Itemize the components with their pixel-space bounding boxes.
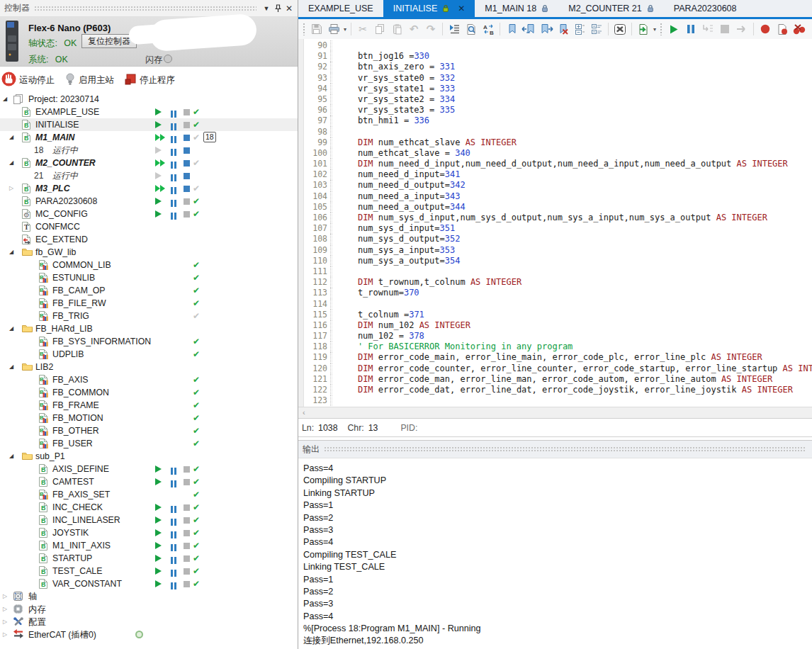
run-program-icon[interactable] — [155, 134, 160, 141]
tree-item-m3-plc[interactable]: ▷BM3_PLC✔ — [0, 182, 298, 195]
tree-item-initialise[interactable]: BINITIALISE✔ — [0, 118, 298, 131]
code-line[interactable]: 107 num_sys_d_input=351 — [304, 223, 812, 234]
stop-program-icon[interactable] — [184, 122, 190, 128]
toolbar-button-enable-master[interactable]: 启用主站 — [64, 72, 114, 89]
code-line[interactable]: 115 t_colnum =371 — [304, 310, 812, 320]
stop-program-icon[interactable] — [184, 530, 190, 536]
run-program-icon[interactable] — [155, 542, 162, 549]
code-line[interactable]: 105 num_need_a_output=344 — [304, 202, 812, 213]
run-program-icon[interactable] — [155, 159, 160, 167]
bookmark-prev-button[interactable] — [521, 21, 536, 37]
stop-program-icon[interactable] — [184, 135, 190, 141]
breakpoint-clear-button[interactable] — [791, 21, 807, 37]
code-line[interactable]: 123 — [304, 395, 812, 406]
expander-open-icon[interactable]: ◢ — [9, 131, 13, 144]
run-program-icon[interactable] — [155, 517, 162, 524]
step-over-button[interactable] — [734, 21, 750, 37]
expander-closed-icon[interactable]: ▷ — [3, 603, 7, 616]
tree-item-process-18[interactable]: 18运行中 — [0, 144, 298, 157]
output-log[interactable]: Pass=4Compiling STARTUPLinking STARTUPPa… — [298, 458, 812, 648]
stop-program-icon[interactable] — [184, 479, 190, 485]
expander-open-icon[interactable]: ◢ — [9, 361, 13, 373]
tree-item-fb-axis[interactable]: BFB_AXIS✔ — [0, 373, 298, 386]
tree-item-test-cale[interactable]: BTEST_CALE✔ — [0, 565, 298, 577]
tree-item-fb-hard-lib[interactable]: ◢FB_HARd_LIB — [0, 322, 298, 335]
tree-item-fb-file-rw[interactable]: BFB_FILE_RW✔ — [0, 297, 298, 310]
panel-collapse-icon[interactable]: ▼ — [261, 3, 272, 14]
tree-item-mc-config[interactable]: ⚙MC_CONFIG✔ — [0, 208, 298, 220]
bookmark-next-button[interactable] — [538, 21, 553, 37]
code-line[interactable]: 102 num_need_d_input=341 — [304, 169, 812, 180]
code-line[interactable]: 109 num_sys_a_input=353 — [304, 245, 812, 256]
tree-item-estunlib[interactable]: BESTUNLIB✔ — [0, 271, 298, 284]
replace-button[interactable]: AB — [480, 21, 496, 37]
tree-item-fb-sys-information[interactable]: BFB_SYS_INFORMATION✔ — [0, 335, 298, 348]
stop-program-icon[interactable] — [184, 543, 190, 549]
code-line[interactable]: 91 btn_jog16 =330 — [304, 51, 812, 62]
tree-item-startup[interactable]: BSTARTUP✔ — [0, 552, 298, 565]
code-line[interactable]: 119 DIM error_code_main, error_line_main… — [304, 352, 812, 363]
run-program-icon[interactable] — [160, 134, 165, 141]
tree-item-lib2[interactable]: ◢LIB2 — [0, 361, 298, 373]
find-button[interactable] — [463, 21, 479, 37]
stop-program-icon[interactable] — [184, 198, 190, 205]
project-tree[interactable]: ◢Project: 20230714BEXAMPLE_USE✔BINITIALI… — [0, 93, 298, 649]
stop-program-icon[interactable] — [184, 504, 190, 511]
tree-item-udplib[interactable]: BUDPLIB✔ — [0, 348, 298, 361]
code-line[interactable]: 94 vr_sys_state1 = 333 — [304, 84, 812, 94]
code-line[interactable]: 122 DIM error_code_dat, error_line_dat, … — [304, 385, 812, 395]
code-line[interactable]: 117 num_102 = 378 — [304, 331, 812, 342]
tree-item-fb-user[interactable]: BFB_USER✔ — [0, 437, 298, 450]
dropdown-icon[interactable]: ▾ — [653, 26, 656, 33]
pause-button[interactable] — [683, 21, 699, 37]
stop-program-icon[interactable] — [184, 517, 190, 524]
undo-button[interactable]: ↶ — [406, 21, 422, 37]
code-line[interactable]: 106 DIM num_sys_d_input,num_sys_d_output… — [304, 213, 812, 223]
run-button[interactable] — [666, 21, 682, 37]
bookmark-button[interactable] — [504, 21, 519, 37]
tree-item-project-20230714[interactable]: ◢Project: 20230714 — [0, 93, 298, 106]
code-line[interactable]: 112 DIM t_rownum,t_colnum AS INTEGER — [304, 277, 812, 288]
stop-button[interactable] — [717, 21, 733, 37]
code-line[interactable]: 118 ' For BASICERROR Monitoring in any p… — [304, 342, 812, 352]
tree-item-fb-cam-op[interactable]: BFB_CAM_OP✔ — [0, 284, 298, 297]
breakpoint-doc-button[interactable] — [774, 21, 790, 37]
tree-item-axis-define[interactable]: BAXIS_DEFINE✔ — [0, 463, 298, 475]
run-program-icon[interactable] — [155, 478, 162, 485]
stop-program-icon[interactable] — [184, 555, 190, 562]
run-program-icon[interactable] — [155, 172, 162, 179]
tree-item-joystik[interactable]: BJOYSTIK✔ — [0, 526, 298, 539]
stop-program-icon[interactable] — [184, 173, 190, 179]
code-line[interactable]: 97 btn_hmi1 = 336 — [304, 115, 812, 126]
tree-item-para20230608[interactable]: BPARA20230608✔ — [0, 195, 298, 208]
tree-item-var-constant[interactable]: BVAR_CONSTANT✔ — [0, 577, 298, 590]
code-line[interactable]: 101 DIM num_need_d_input,num_need_d_outp… — [304, 159, 812, 169]
paste-button[interactable] — [389, 21, 405, 37]
tree-item-fb-frame[interactable]: BFB_FRAME✔ — [0, 399, 298, 412]
save-button[interactable] — [309, 21, 325, 37]
expander-open-icon[interactable]: ◢ — [3, 93, 7, 106]
run-program-icon[interactable] — [160, 159, 165, 167]
code-line[interactable]: 103 num_need_d_output=342 — [304, 180, 812, 191]
expander-open-icon[interactable]: ◢ — [9, 450, 13, 463]
expander-closed-icon[interactable]: ▷ — [9, 182, 13, 195]
code-line[interactable]: 93 vr_sys_state0 = 332 — [304, 73, 812, 84]
tree-item-ethercat-插槽0[interactable]: ▷EtherCAT (插槽0) — [0, 628, 298, 641]
code-line[interactable]: 111 — [304, 266, 812, 277]
run-program-icon[interactable] — [155, 147, 162, 154]
code-line[interactable]: 96 vr_sys_state3 = 335 — [304, 105, 812, 115]
code-line[interactable]: 90 — [304, 40, 812, 51]
tree-item-example-use[interactable]: BEXAMPLE_USE✔ — [0, 106, 298, 118]
code-line[interactable]: 121 DIM error_code_man, error_line_man, … — [304, 374, 812, 385]
expander-open-icon[interactable]: ◢ — [9, 157, 13, 169]
step-into-button[interactable] — [700, 21, 716, 37]
panel-pin-icon[interactable] — [272, 3, 283, 14]
tree-item-confmcc[interactable]: TCONFMCC — [0, 220, 298, 233]
redo-button[interactable]: ↷ — [423, 21, 439, 37]
tab-para20230608[interactable]: PARA20230608 — [664, 0, 747, 17]
stop-program-icon[interactable] — [184, 211, 190, 218]
tree-item-fb-gw-lib[interactable]: ◢fb_GW_lib — [0, 246, 298, 259]
close-tab-icon[interactable]: ✕ — [458, 4, 465, 13]
tree-item-common-lib[interactable]: BCOMMON_LIB✔ — [0, 259, 298, 271]
expander-closed-icon[interactable]: ▷ — [3, 628, 7, 641]
